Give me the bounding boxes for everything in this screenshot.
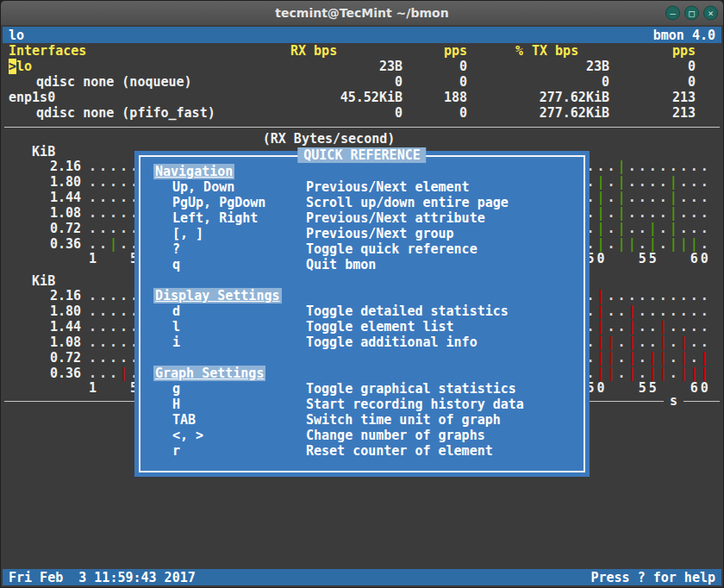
shortcut-key: Up, Down (172, 179, 306, 195)
shortcut-row: [, ]Previous/Next group (153, 226, 584, 241)
shortcut-description: Scroll up/down entire page (306, 195, 509, 210)
shortcut-description: Toggle detailed statistics (306, 303, 509, 319)
close-icon[interactable]: × (703, 6, 718, 21)
shortcut-key: PgUp, PgDown (172, 195, 306, 210)
bmon-header-bar: lo bmon 4.0 (3, 27, 721, 43)
rx-bps-value: 23B (290, 59, 403, 74)
status-bar: Fri Feb 3 11:59:43 2017 Press ? for help (3, 569, 721, 585)
shortcut-row: Left, RightPrevious/Next attribute (153, 210, 584, 226)
minimize-icon[interactable]: – (665, 6, 680, 21)
window-title: tecmint@TecMint ~/bmon (275, 6, 448, 20)
y-tick-label: 1.44 (9, 319, 81, 335)
shortcut-description: Previous/Next group (306, 226, 454, 241)
col-interfaces: Interfaces (9, 43, 290, 59)
dialog-section: Graph SettingsgToggle graphical statisti… (153, 366, 584, 459)
shortcut-row: HStart recording history data (153, 397, 584, 412)
shortcut-description: Reset counter of element (306, 443, 493, 459)
y-tick-label: 1.80 (9, 174, 81, 190)
status-datetime: Fri Feb 3 11:59:43 2017 (9, 570, 196, 585)
section-heading: Graph Settings (153, 366, 265, 381)
shortcut-description: Toggle element list (306, 319, 454, 335)
interface-name: >lo (9, 59, 290, 74)
shortcut-key: i (172, 335, 306, 350)
y-axis-unit: KiB (9, 144, 55, 160)
tx-bps-value: 0 (523, 74, 609, 90)
interface-label: lo (16, 59, 32, 74)
interface-label: qdisc none (noqueue) (9, 74, 192, 90)
interface-name: enp1s0 (9, 90, 290, 105)
table-row[interactable]: qdisc none (noqueue)0000 (3, 74, 721, 90)
table-row[interactable]: >lo23B023B0 (3, 59, 721, 74)
interfaces-header: Interfaces RX bps pps % TX bps pps (3, 43, 721, 59)
shortcut-row: rReset counter of element (153, 443, 584, 459)
shortcut-key: Left, Right (172, 210, 306, 226)
col-rx-bps: RX bps (290, 43, 403, 59)
window-titlebar[interactable]: tecmint@TecMint ~/bmon – □ × (1, 1, 723, 25)
interfaces-body: >lo23B023B0qdisc none (noqueue)0000enp1s… (3, 59, 721, 121)
status-help-hint: Press ? for help (591, 570, 716, 585)
section-heading-row: Display Settings (153, 288, 584, 303)
shortcut-description: Previous/Next element (306, 179, 470, 195)
shortcut-description: Toggle additional info (306, 335, 477, 350)
shortcut-description: Toggle graphical statistics (306, 381, 516, 397)
shortcut-row: PgUp, PgDownScroll up/down entire page (153, 195, 584, 210)
tx-pps-value: 213 (609, 105, 696, 121)
shortcut-row: lToggle element list (153, 319, 584, 335)
dialog-section: NavigationUp, DownPrevious/Next elementP… (153, 164, 584, 272)
shortcut-key: H (172, 397, 306, 412)
rx-bps-value: 45.52KiB (290, 90, 403, 105)
interface-name: qdisc none (pfifo_fast) (9, 105, 290, 121)
tx-bps-value: 277.62KiB (523, 105, 609, 121)
rx-pps-value: 0 (403, 74, 467, 90)
shortcut-key: d (172, 303, 306, 319)
app-version: bmon 4.0 (653, 28, 715, 43)
section-heading-row: Navigation (153, 164, 584, 179)
rx-bps-value: 0 (290, 105, 403, 121)
dialog-sections: NavigationUp, DownPrevious/Next elementP… (153, 164, 584, 459)
table-row[interactable]: qdisc none (pfifo_fast)00277.62KiB213 (3, 105, 721, 121)
y-tick-label: 0.72 (9, 350, 81, 366)
tx-bps-value: 277.62KiB (523, 90, 609, 105)
shortcut-key: g (172, 381, 306, 397)
time-unit-label: s (664, 395, 683, 407)
tx-pps-value: 0 (609, 59, 696, 74)
col-percent: % (467, 43, 523, 59)
separator-line (4, 127, 720, 128)
shortcut-row: Up, DownPrevious/Next element (153, 179, 584, 195)
shortcut-key: TAB (172, 412, 306, 428)
window-controls: – □ × (665, 6, 718, 21)
shortcut-row: ?Toggle quick reference (153, 241, 584, 257)
shortcut-row: dToggle detailed statistics (153, 303, 584, 319)
table-row[interactable]: enp1s045.52KiB188277.62KiB213 (3, 90, 721, 105)
col-tx-pps: pps (609, 43, 696, 59)
section-heading-row: Graph Settings (153, 366, 584, 381)
shortcut-description: Start recording history data (306, 397, 524, 412)
y-axis-unit: KiB (9, 273, 55, 289)
y-tick-label: 0.72 (9, 221, 81, 236)
shortcut-key: <, > (172, 428, 306, 443)
terminal-window: tecmint@TecMint ~/bmon – □ × lo bmon 4.0… (0, 0, 724, 588)
rx-pps-value: 0 (403, 105, 467, 121)
shortcut-description: Previous/Next attribute (306, 210, 485, 226)
shortcut-description: Change number of graphs (306, 428, 485, 443)
separator-line (683, 401, 720, 402)
terminal: lo bmon 4.0 Interfaces RX bps pps % TX b… (1, 25, 723, 587)
interface-label: qdisc none (pfifo_fast) (9, 105, 215, 121)
maximize-icon[interactable]: □ (684, 6, 699, 21)
shortcut-key: [, ] (172, 226, 306, 241)
shortcut-row: TABSwitch time unit of graph (153, 412, 584, 428)
y-tick-label: 1.08 (9, 335, 81, 350)
rx-pps-value: 0 (403, 59, 467, 74)
tx-pps-value: 0 (609, 74, 696, 90)
shortcut-description: Switch time unit of graph (306, 412, 501, 428)
shortcut-row: gToggle graphical statistics (153, 381, 584, 397)
shortcut-key: q (172, 257, 306, 272)
quick-reference-dialog: QUICK REFERENCE NavigationUp, DownPrevio… (134, 151, 590, 477)
shortcut-key: ? (172, 241, 306, 257)
y-tick-label: 2.16 (9, 159, 81, 174)
y-tick-label: 0.36 (9, 366, 81, 381)
interface-label: enp1s0 (9, 90, 55, 105)
col-rx-pps: pps (403, 43, 467, 59)
shortcut-row: qQuit bmon (153, 257, 584, 272)
shortcut-key: r (172, 443, 306, 459)
